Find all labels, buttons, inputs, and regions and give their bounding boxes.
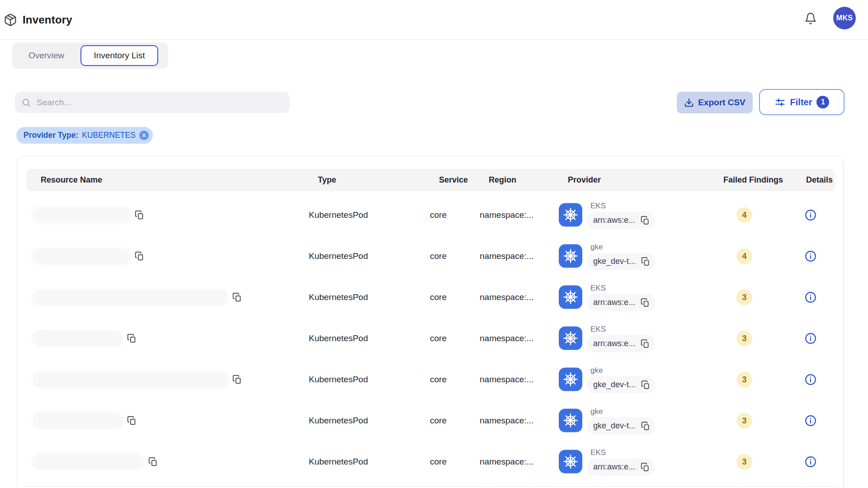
table-row: KubernetesPod core namespace:... EKS [17, 441, 844, 482]
copy-provider-id-button[interactable] [641, 298, 650, 307]
column-header-service: Service [439, 169, 468, 191]
provider-id-pill: gke_dev-t... [587, 253, 656, 270]
column-header-region: Region [489, 169, 516, 191]
copy-resource-name-button[interactable] [123, 413, 140, 429]
cell-region: namespace:... [480, 457, 533, 467]
copy-resource-name-button[interactable] [131, 248, 147, 264]
notifications-button[interactable] [802, 9, 820, 28]
table-row: KubernetesPod core namespace:... gke [17, 400, 844, 441]
search-icon [21, 98, 31, 108]
cell-type: KubernetesPod [309, 416, 368, 426]
copy-resource-name-button[interactable] [229, 371, 245, 388]
column-header-resource-name: Resource Name [41, 169, 102, 191]
table-row: KubernetesPod core namespace:... gke [17, 235, 844, 277]
details-info-button[interactable] [802, 371, 819, 388]
details-info-button[interactable] [802, 248, 819, 264]
kubernetes-icon [559, 450, 582, 474]
cell-provider: EKS arn:aws:e... [559, 324, 655, 352]
cell-type: KubernetesPod [309, 457, 368, 467]
details-info-button[interactable] [802, 289, 819, 305]
copy-provider-id-button[interactable] [641, 257, 650, 266]
copy-provider-id-button[interactable] [641, 216, 650, 225]
copy-provider-id-button[interactable] [641, 339, 650, 348]
copy-provider-id-button[interactable] [641, 462, 650, 471]
copy-resource-name-button[interactable] [145, 454, 161, 470]
cell-region: namespace:... [480, 416, 533, 426]
row-divider [23, 486, 839, 487]
inventory-table-card: Resource Name Type Service Region Provid… [17, 156, 844, 488]
cell-type: KubernetesPod [309, 251, 368, 261]
tab-overview[interactable]: Overview [12, 45, 80, 66]
failed-findings-badge: 3 [736, 371, 752, 387]
cell-provider: EKS arn:aws:e... [559, 283, 655, 311]
failed-findings-badge: 4 [736, 248, 752, 264]
redacted-resource-name [32, 289, 229, 306]
redacted-resource-name [32, 330, 123, 347]
cell-service: core [430, 210, 447, 220]
provider-id-pill: gke_dev-t... [587, 376, 656, 393]
table-row: KubernetesPod core namespace:... EKS [17, 194, 844, 235]
details-info-button[interactable] [802, 207, 819, 223]
kubernetes-icon [559, 368, 582, 391]
provider-kind: gke [590, 242, 656, 251]
export-csv-button[interactable]: Export CSV [677, 92, 753, 113]
search-input[interactable] [36, 97, 283, 108]
package-icon [4, 13, 17, 27]
column-header-provider: Provider [568, 169, 601, 191]
provider-kind: gke [590, 407, 656, 416]
sliders-icon [774, 97, 786, 108]
download-icon [684, 98, 694, 108]
table-row: KubernetesPod core namespace:... EKS [17, 277, 844, 318]
copy-resource-name-button[interactable] [229, 289, 245, 305]
avatar[interactable]: MKS [833, 7, 856, 29]
cell-type: KubernetesPod [309, 375, 368, 385]
copy-resource-name-button[interactable] [123, 330, 140, 347]
cell-service: core [430, 416, 447, 426]
copy-provider-id-button[interactable] [641, 380, 650, 389]
kubernetes-icon [559, 327, 582, 350]
filter-label: Filter [790, 97, 812, 108]
remove-filter-button[interactable] [139, 131, 149, 140]
cell-service: core [430, 292, 447, 302]
column-header-type: Type [318, 169, 336, 191]
cell-region: namespace:... [480, 210, 533, 220]
kubernetes-icon [559, 244, 582, 268]
provider-id: arn:aws:e... [593, 216, 635, 225]
kubernetes-icon [559, 409, 582, 432]
filter-chip-label: Provider Type: [24, 131, 78, 140]
cell-service: core [430, 251, 447, 261]
copy-provider-id-button[interactable] [641, 421, 650, 430]
column-header-failed-findings: Failed Findings [723, 169, 783, 191]
search-box [15, 92, 289, 113]
cell-provider: gke gke_dev-t... [559, 242, 656, 270]
cell-service: core [430, 333, 447, 343]
provider-id-pill: arn:aws:e... [587, 211, 655, 229]
provider-kind: EKS [590, 201, 655, 210]
details-info-button[interactable] [802, 413, 819, 429]
filter-chip-provider-type: Provider Type: KUBERNETES [16, 127, 153, 144]
cell-type: KubernetesPod [309, 292, 368, 302]
cell-region: namespace:... [480, 375, 533, 385]
table-header: Resource Name Type Service Region Provid… [26, 169, 835, 191]
provider-kind: EKS [590, 283, 655, 292]
provider-id-pill: arn:aws:e... [587, 458, 655, 475]
close-icon [142, 133, 146, 138]
redacted-resource-name [32, 412, 123, 429]
cell-provider: gke gke_dev-t... [559, 366, 656, 393]
details-info-button[interactable] [802, 330, 819, 347]
copy-resource-name-button[interactable] [131, 207, 147, 223]
cell-type: KubernetesPod [309, 333, 368, 343]
provider-id: gke_dev-t... [593, 257, 636, 266]
details-info-button[interactable] [802, 454, 819, 470]
cell-provider: EKS arn:aws:e... [559, 448, 655, 475]
provider-kind: gke [590, 366, 656, 375]
brand: Inventory [4, 0, 72, 40]
cell-service: core [430, 375, 447, 385]
redacted-resource-name [32, 206, 131, 224]
bell-icon [804, 12, 817, 25]
failed-findings-badge: 3 [736, 289, 752, 305]
provider-id-pill: gke_dev-t... [587, 417, 656, 434]
tab-inventory-list[interactable]: Inventory List [80, 45, 158, 66]
filter-button[interactable]: Filter 1 [759, 89, 844, 115]
table-row: KubernetesPod core namespace:... EKS [17, 318, 844, 359]
